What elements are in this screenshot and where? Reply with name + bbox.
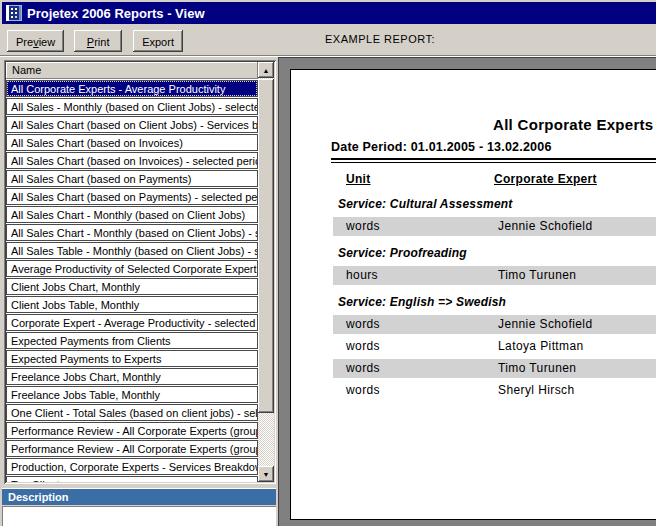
report-row: hoursTimo Turunen: [333, 266, 656, 285]
report-title: All Corporate Experts: [493, 116, 654, 133]
report-row: wordsLatoya Pittman: [333, 337, 656, 356]
list-item[interactable]: Top Clients: [6, 476, 258, 482]
unit-cell: words: [346, 317, 380, 331]
list-item[interactable]: Client Jobs Table, Monthly: [6, 296, 258, 313]
list-item[interactable]: All Sales Chart (based on Invoices) - se…: [6, 152, 258, 169]
list-item[interactable]: Freelance Jobs Table, Monthly: [6, 386, 258, 403]
report-row: wordsSheryl Hirsch: [333, 381, 656, 400]
scroll-thumb[interactable]: [258, 79, 274, 413]
list-item[interactable]: One Client - Total Sales (based on clien…: [6, 404, 258, 421]
list-item[interactable]: Expected Payments from Clients: [6, 332, 258, 349]
expert-cell: Timo Turunen: [498, 268, 576, 282]
service-group-label: Service: Proofreading: [338, 246, 467, 264]
report-list-inner: Name All Corporate Experts - Average Pro…: [6, 62, 274, 482]
list-item[interactable]: All Sales - Monthly (based on Client Job…: [6, 98, 258, 115]
service-group-label: Service: English => Swedish: [338, 295, 506, 313]
list-item[interactable]: Expected Payments to Experts: [6, 350, 258, 367]
list-item[interactable]: Corporate Expert - Average Productivity …: [6, 314, 258, 331]
expert-cell: Latoya Pittman: [498, 339, 584, 353]
report-row: wordsJennie Schofield: [333, 217, 656, 236]
list-item[interactable]: Client Jobs Chart, Monthly: [6, 278, 258, 295]
title-bar[interactable]: Projetex 2006 Reports - View: [2, 2, 656, 24]
report-list: Name All Corporate Experts - Average Pro…: [4, 60, 276, 484]
preview-button[interactable]: Preview: [7, 30, 64, 52]
list-item[interactable]: Performance Review - All Corporate Exper…: [6, 440, 258, 457]
expert-cell: Sheryl Hirsch: [498, 383, 575, 397]
service-group-label: Service: Cultural Assessment: [338, 197, 513, 215]
list-item[interactable]: All Sales Chart (based on Client Jobs) -…: [6, 116, 258, 133]
list-item[interactable]: All Sales Chart (based on Payments): [6, 170, 258, 187]
report-row: wordsTimo Turunen: [333, 359, 656, 378]
report-row: wordsJennie Schofield: [333, 315, 656, 334]
list-item[interactable]: Production, Corporate Experts - Services…: [6, 458, 258, 475]
unit-cell: words: [346, 361, 380, 375]
list-item[interactable]: All Sales Chart (based on Invoices): [6, 134, 258, 151]
scroll-up-button[interactable]: ▲: [258, 62, 274, 78]
expert-cell: Timo Turunen: [498, 361, 576, 375]
report-page: All Corporate Experts Date Period: 01.01…: [290, 69, 656, 520]
list-item[interactable]: All Sales Table - Monthly (based on Clie…: [6, 242, 258, 259]
list-item[interactable]: Performance Review - All Corporate Exper…: [6, 422, 258, 439]
list-scrollbar[interactable]: ▲ ▼: [258, 62, 274, 482]
expert-cell: Jennie Schofield: [498, 219, 592, 233]
column-header-corporate-expert: Corporate Expert: [494, 172, 597, 186]
unit-cell: words: [346, 339, 380, 353]
description-header: Description: [2, 488, 276, 505]
list-header-name[interactable]: Name: [6, 62, 258, 79]
unit-cell: words: [346, 219, 380, 233]
list-item[interactable]: All Corporate Experts - Average Producti…: [6, 80, 258, 97]
report-list-rows: All Corporate Experts - Average Producti…: [6, 80, 258, 482]
arrow-down-icon: ▼: [263, 471, 270, 478]
app-icon: [6, 5, 22, 21]
unit-cell: hours: [346, 268, 378, 282]
expert-cell: Jennie Schofield: [498, 317, 592, 331]
scroll-down-button[interactable]: ▼: [258, 466, 274, 482]
list-item[interactable]: All Sales Chart - Monthly (based on Clie…: [6, 206, 258, 223]
double-rule: [331, 158, 656, 163]
column-header-unit: Unit: [346, 172, 371, 186]
example-report-label: EXAMPLE REPORT:: [325, 33, 435, 45]
list-item[interactable]: Freelance Jobs Chart, Monthly: [6, 368, 258, 385]
report-preview-panel: All Corporate Experts Date Period: 01.01…: [278, 57, 656, 526]
description-box: [2, 506, 276, 526]
print-button[interactable]: Print: [74, 30, 122, 52]
list-item[interactable]: All Sales Chart (based on Payments) - se…: [6, 188, 258, 205]
unit-cell: words: [346, 383, 380, 397]
list-item[interactable]: Average Productivity of Selected Corpora…: [6, 260, 258, 277]
date-period: Date Period: 01.01.2005 - 13.02.2006: [331, 140, 552, 154]
export-button[interactable]: Export: [133, 30, 183, 52]
list-item[interactable]: All Sales Chart - Monthly (based on Clie…: [6, 224, 258, 241]
arrow-up-icon: ▲: [263, 67, 270, 74]
window-title: Projetex 2006 Reports - View: [27, 6, 205, 21]
